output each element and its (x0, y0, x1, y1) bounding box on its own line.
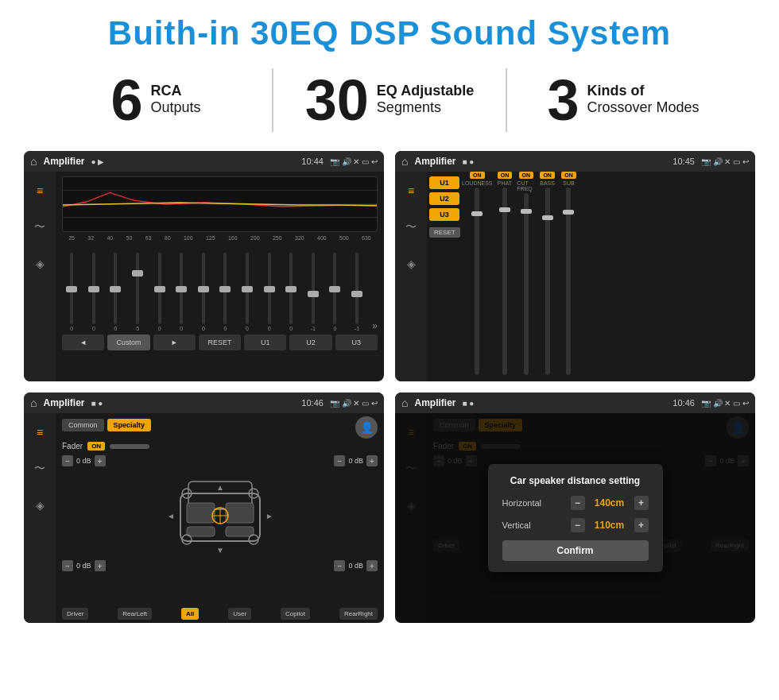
vertical-controls: − 110cm + (571, 518, 649, 532)
reset-btn[interactable]: RESET (199, 335, 241, 350)
tab-common[interactable]: Common (62, 419, 104, 431)
home-icon[interactable]: ⌂ (30, 155, 37, 168)
screen2-sidebar: ≡ 〜 ◈ (395, 172, 427, 381)
vol-minus-tl[interactable]: − (62, 455, 73, 466)
bass-slider[interactable] (545, 188, 550, 375)
stat-label-eq: EQ Adjustable (377, 83, 474, 99)
loudness-slider[interactable] (475, 188, 479, 375)
vol-minus-tr[interactable]: − (334, 455, 345, 466)
vol-minus-bl[interactable]: − (62, 560, 73, 571)
speaker-icon-2[interactable]: ◈ (400, 253, 422, 275)
svg-rect-7 (187, 527, 215, 536)
preset-u3[interactable]: U3 (429, 208, 459, 221)
car-diagram: ▲ ▼ ◄ ► (165, 470, 276, 557)
screen-speaker: ⌂ Amplifier ■ ● 10:46 📷 🔊 ✕ ▭ ↩ ≡ 〜 ◈ Co… (24, 393, 384, 623)
screen4-title: Amplifier (414, 397, 455, 408)
vol-plus-tl[interactable]: + (95, 455, 106, 466)
home-icon-4[interactable]: ⌂ (401, 396, 408, 409)
u2-btn[interactable]: U2 (289, 335, 331, 350)
stat-sublabel-rca: Outputs (151, 99, 201, 116)
stat-sublabel-crossover: Crossover Modes (587, 99, 700, 116)
profile-icon[interactable]: 👤 (355, 416, 378, 439)
home-icon-3[interactable]: ⌂ (30, 396, 37, 409)
prev-btn[interactable]: ◄ (62, 335, 104, 350)
amp-controls: ON LOUDNESS ON PHAT ON CUT FREQ ON BASS (462, 172, 578, 375)
btn-copilot[interactable]: Copilot (281, 608, 310, 620)
speaker-icon[interactable]: ◈ (29, 253, 51, 275)
btn-driver[interactable]: Driver (62, 608, 88, 620)
vertical-minus[interactable]: − (571, 518, 585, 532)
wave-icon[interactable]: 〜 (29, 216, 51, 238)
stat-rca: 6 RCA Outputs (48, 72, 264, 129)
svg-text:►: ► (265, 512, 273, 520)
svg-text:▲: ▲ (216, 483, 224, 492)
fader-on-badge[interactable]: ON (87, 442, 105, 451)
dialog-title: Car speaker distance setting (502, 475, 649, 486)
sub-on[interactable]: ON (561, 172, 576, 179)
screen3-topbar: ⌂ Amplifier ■ ● 10:46 📷 🔊 ✕ ▭ ↩ (24, 393, 384, 413)
screen2-time: 10:45 (672, 157, 695, 166)
stat-label-rca: RCA (151, 83, 201, 99)
phat-on[interactable]: ON (498, 172, 513, 179)
horizontal-minus[interactable]: − (571, 496, 585, 510)
spk-main: Common Specialty 👤 Fader ON −0 dB+ −0 dB… (56, 413, 384, 623)
speaker-icon-3[interactable]: ◈ (29, 494, 51, 516)
fader-slider[interactable] (110, 444, 149, 449)
stat-number-crossover: 3 (547, 72, 579, 129)
horizontal-controls: − 140cm + (571, 496, 649, 510)
eq-chevrons[interactable]: » (369, 320, 378, 331)
home-icon-2[interactable]: ⌂ (401, 155, 408, 168)
loudness-label: LOUDNESS (462, 180, 493, 186)
spk-bottom-btns: Driver RearLeft All User Copilot RearRig… (62, 608, 378, 620)
amp-reset[interactable]: RESET (429, 227, 460, 238)
vertical-plus[interactable]: + (634, 518, 649, 532)
vol-plus-br[interactable]: + (366, 560, 378, 571)
screen1-time: 10:44 (301, 157, 324, 166)
bass-on[interactable]: ON (540, 172, 555, 179)
stat-number-rca: 6 (110, 72, 142, 129)
horizontal-plus[interactable]: + (634, 496, 649, 510)
screen-eq: ⌂ Amplifier ● ▶ 10:44 📷 🔊 ✕ ▭ ↩ ≡ 〜 ◈ (24, 151, 384, 381)
cutfreq-label: CUT FREQ (517, 180, 535, 191)
status-dots-3: ■ ● (91, 399, 103, 408)
stat-label-crossover: Kinds of (587, 83, 700, 99)
screen4-icons: 📷 🔊 ✕ ▭ ↩ (701, 399, 749, 408)
svg-rect-6 (226, 503, 254, 523)
stat-divider-2 (506, 68, 507, 132)
vol-plus-bl[interactable]: + (95, 560, 106, 571)
btn-rearright[interactable]: RearRight (339, 608, 378, 620)
custom-btn[interactable]: Custom (107, 335, 149, 350)
screen1-icons: 📷 🔊 ✕ ▭ ↩ (330, 157, 378, 166)
speaker-distance-dialog: Car speaker distance setting Horizontal … (488, 464, 663, 572)
eq-icon[interactable]: ≡ (29, 180, 51, 202)
wave-icon-2[interactable]: 〜 (400, 216, 422, 238)
tab-specialty[interactable]: Specialty (107, 419, 152, 431)
screen2-icons: 📷 🔊 ✕ ▭ ↩ (701, 157, 749, 166)
wave-icon-3[interactable]: 〜 (29, 458, 51, 480)
u1-btn[interactable]: U1 (244, 335, 286, 350)
svg-text:▼: ▼ (216, 546, 224, 555)
eq-icon-2[interactable]: ≡ (400, 180, 422, 202)
eq-icon-3[interactable]: ≡ (29, 421, 51, 443)
btn-user[interactable]: User (228, 608, 251, 620)
loudness-on[interactable]: ON (470, 172, 485, 179)
spk-tabs: Common Specialty (62, 419, 151, 431)
phat-slider[interactable] (502, 188, 507, 375)
cutfreq-slider[interactable] (524, 193, 529, 375)
svg-text:◄: ◄ (167, 512, 175, 520)
confirm-button[interactable]: Confirm (502, 540, 649, 561)
preset-u1[interactable]: U1 (429, 176, 459, 189)
btn-rearleft[interactable]: RearLeft (118, 608, 152, 620)
play-btn[interactable]: ► (153, 335, 196, 350)
cutfreq-on[interactable]: ON (519, 172, 534, 179)
u3-btn[interactable]: U3 (335, 335, 378, 350)
screen3-sidebar: ≡ 〜 ◈ (24, 413, 56, 623)
screen1-sidebar: ≡ 〜 ◈ (24, 172, 56, 381)
page-title: Buith-in 30EQ DSP Sound System (0, 0, 779, 60)
preset-u2[interactable]: U2 (429, 192, 459, 205)
sub-slider[interactable] (566, 188, 571, 375)
btn-all[interactable]: All (181, 608, 199, 620)
vol-minus-br[interactable]: − (334, 560, 345, 571)
vol-plus-tr[interactable]: + (366, 455, 378, 466)
horizontal-row: Horizontal − 140cm + (502, 496, 649, 510)
